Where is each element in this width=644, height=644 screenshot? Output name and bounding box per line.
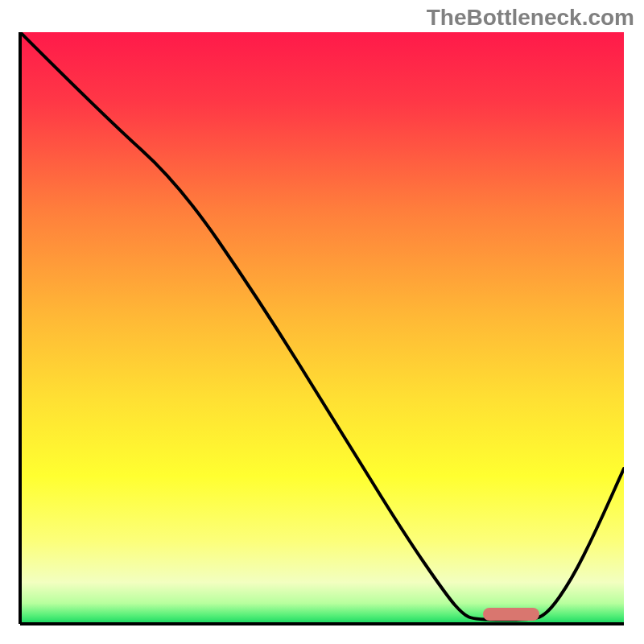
watermark-text: TheBottleneck.com xyxy=(427,5,634,31)
optimal-range-marker xyxy=(483,608,539,621)
bottleneck-chart xyxy=(0,0,644,644)
chart-container: TheBottleneck.com xyxy=(0,0,644,644)
